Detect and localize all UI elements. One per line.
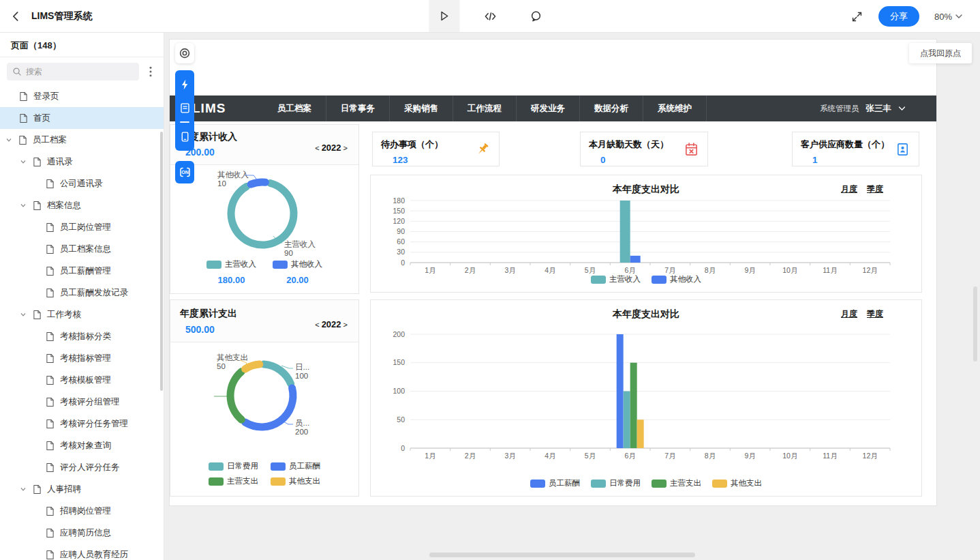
svg-text:其他收入: 其他收入: [217, 171, 249, 179]
sidebar-item[interactable]: 公司通讯录: [0, 173, 164, 194]
page-icon: [46, 441, 55, 451]
sidebar-item[interactable]: 考核指标管理: [0, 347, 164, 369]
legend-item[interactable]: 主营收入: [591, 274, 641, 284]
sidebar-item[interactable]: 考核对象查询: [0, 434, 164, 456]
year-next-icon[interactable]: >: [343, 144, 348, 152]
svg-text:9月: 9月: [744, 266, 755, 274]
year-prev-icon[interactable]: <: [315, 321, 319, 329]
legend-label: 员工薪酬: [549, 478, 580, 488]
chevron-down-icon[interactable]: [20, 311, 27, 318]
chevron-down-icon[interactable]: [20, 486, 27, 492]
legend-item[interactable]: 日常费用: [209, 461, 258, 471]
year-next-icon[interactable]: >: [343, 321, 348, 329]
legend-label: 其他支出: [731, 478, 762, 488]
legend-item[interactable]: 日常费用: [591, 478, 641, 488]
sidebar-item[interactable]: 招聘岗位管理: [0, 500, 164, 522]
sidebar-item[interactable]: 应聘简历信息: [0, 522, 164, 544]
svg-text:3月: 3月: [504, 266, 515, 274]
search-input[interactable]: 搜索: [7, 63, 139, 80]
sidebar-item[interactable]: 首页: [0, 107, 164, 129]
chevron-down-icon[interactable]: [20, 202, 27, 209]
chevron-down-icon[interactable]: [5, 136, 12, 143]
legend-swatch: [209, 462, 224, 471]
vertical-scrollbar[interactable]: [973, 286, 977, 362]
tab-quarterly[interactable]: 季度: [867, 183, 883, 195]
on-toggle-button[interactable]: ON: [175, 161, 194, 183]
reset-origin-button[interactable]: 点我回原点: [909, 43, 972, 63]
sidebar-item-label: 档案信息: [47, 200, 81, 211]
sidebar-item[interactable]: 考核评分组管理: [0, 391, 164, 413]
legend-item[interactable]: 员工薪酬: [271, 461, 320, 471]
sidebar-item[interactable]: 员工薪酬管理: [0, 260, 164, 282]
sidebar-item-label: 考核评分组管理: [60, 396, 120, 408]
card-title: 年度累计支出: [180, 308, 237, 320]
zoom-control[interactable]: 80%: [934, 12, 962, 22]
share-button[interactable]: 分享: [878, 6, 919, 27]
svg-text:1月: 1月: [425, 452, 435, 460]
form-button[interactable]: [175, 96, 194, 119]
search-icon: [12, 67, 22, 76]
legend-item[interactable]: 其他收入20.00: [273, 259, 322, 285]
legend-item[interactable]: 其他收入: [652, 274, 701, 284]
expand-icon[interactable]: [851, 10, 863, 23]
nav-item[interactable]: 采购销售: [390, 95, 453, 121]
comment-button[interactable]: [521, 0, 551, 32]
page-icon: [18, 135, 27, 145]
back-icon[interactable]: [10, 10, 23, 23]
legend-item[interactable]: 主营收入180.00: [206, 259, 256, 285]
sidebar-item[interactable]: 登录页: [0, 85, 164, 107]
sidebar-item[interactable]: 员工薪酬发放记录: [0, 282, 164, 304]
chevron-down-icon[interactable]: [20, 158, 27, 165]
nav-item[interactable]: 数据分析: [580, 95, 643, 121]
sidebar-item[interactable]: 考核模板管理: [0, 369, 164, 391]
sidebar-item[interactable]: 人事招聘: [0, 478, 164, 500]
legend-item[interactable]: 主营支出: [652, 478, 701, 488]
svg-text:90: 90: [284, 249, 293, 257]
sidebar-item[interactable]: 员工岗位管理: [0, 216, 164, 238]
app-root: LIMS管理系统 分享 80% 页面（148）: [0, 0, 980, 560]
legend-item[interactable]: 主营支出: [209, 476, 258, 486]
sidebar-menu-button[interactable]: [143, 64, 158, 79]
sidebar-item-label: 员工薪酬发放记录: [60, 287, 128, 299]
svg-text:50: 50: [397, 415, 405, 424]
nav-item[interactable]: 系统维护: [643, 95, 707, 121]
page-icon: [46, 397, 55, 407]
horizontal-scrollbar[interactable]: [429, 552, 695, 557]
nav-item[interactable]: 研发业务: [517, 95, 580, 121]
sidebar-item[interactable]: 考核指标分类: [0, 325, 164, 347]
mobile-preview-button[interactable]: [175, 125, 194, 148]
nav-item[interactable]: 员工档案: [263, 95, 326, 121]
target-button[interactable]: [175, 43, 194, 63]
tab-monthly[interactable]: 月度: [841, 308, 857, 320]
page-icon: [46, 550, 55, 560]
sidebar-item[interactable]: 考核评分任务管理: [0, 413, 164, 434]
nav-item[interactable]: 工作流程: [453, 95, 517, 121]
legend-item[interactable]: 其他支出: [271, 476, 320, 486]
income-summary-card: 年度累计收入 200.00 < 2022 > 其他收入10主营收入90 主营收入…: [170, 124, 359, 294]
legend-item[interactable]: 其他支出: [712, 478, 762, 488]
user-menu[interactable]: 系统管理员 张三丰: [820, 95, 906, 121]
sidebar-item[interactable]: 工作考核: [0, 304, 164, 325]
sidebar-item[interactable]: 通讯录: [0, 151, 164, 173]
actions-button[interactable]: [175, 73, 194, 96]
sidebar-item[interactable]: 评分人评分任务: [0, 456, 164, 478]
sidebar-scrollbar[interactable]: [160, 132, 163, 391]
tab-quarterly[interactable]: 季度: [867, 308, 883, 320]
nav-item[interactable]: 日常事务: [326, 95, 390, 121]
tab-monthly[interactable]: 月度: [841, 183, 857, 195]
svg-text:其他支出: 其他支出: [217, 353, 248, 362]
preview-play-button[interactable]: [429, 0, 460, 32]
pages-header: 页面（148）: [0, 33, 164, 57]
year-stepper[interactable]: < 2022 >: [315, 143, 348, 153]
sidebar-item[interactable]: 员工档案信息: [0, 238, 164, 260]
design-canvas[interactable]: LIMS 员工档案日常事务采购销售工作流程研发业务数据分析系统维护 系统管理员 …: [164, 33, 980, 560]
sidebar-item[interactable]: 应聘人员教育经历: [0, 544, 164, 560]
legend-item[interactable]: 员工薪酬: [530, 478, 580, 488]
sidebar-item[interactable]: 档案信息: [0, 194, 164, 216]
sidebar-item[interactable]: 员工档案: [0, 129, 164, 151]
top-bar: LIMS管理系统 分享 80%: [0, 0, 980, 33]
dashboard-menu: 员工档案日常事务采购销售工作流程研发业务数据分析系统维护: [263, 95, 707, 121]
year-prev-icon[interactable]: <: [315, 144, 319, 152]
year-stepper[interactable]: < 2022 >: [315, 319, 348, 329]
code-view-button[interactable]: [475, 0, 506, 32]
